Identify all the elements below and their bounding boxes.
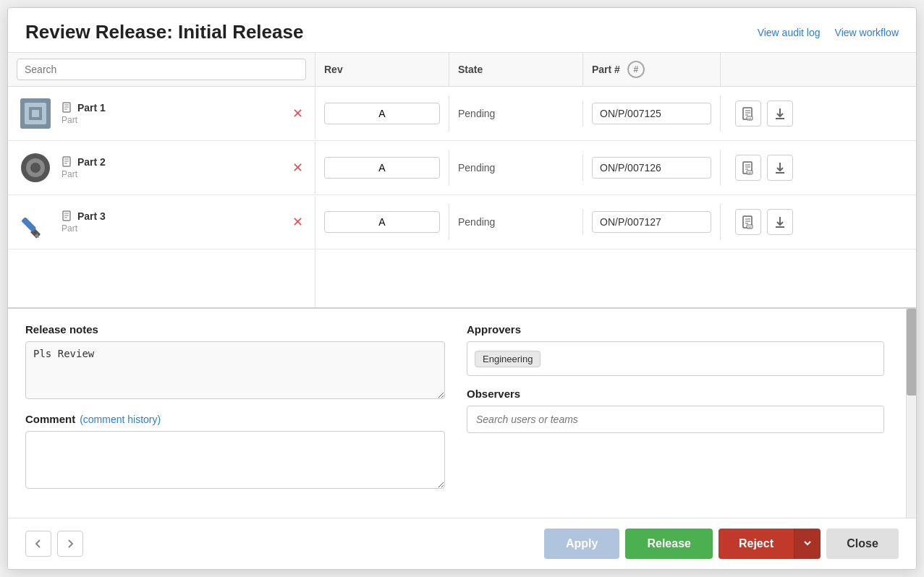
back-icon: [33, 538, 44, 550]
view-report-button-3[interactable]: on: [735, 209, 761, 235]
actions-cell-1: on: [721, 93, 808, 134]
download-button-3[interactable]: [767, 209, 793, 235]
close-button[interactable]: Close: [826, 529, 899, 559]
actions-cell-2: on: [721, 148, 808, 188]
rev-input-2[interactable]: [324, 157, 440, 179]
table-row: Part 2 Part ✕ Pending on: [8, 141, 916, 195]
partnum-input-3[interactable]: [592, 211, 711, 233]
header-links: View audit log View workflow: [758, 27, 899, 38]
partnum-cell-2: [583, 150, 721, 186]
table-row: Part 1 Part ✕ Pending on: [8, 87, 916, 141]
part2-thumbnail-svg: [17, 150, 54, 186]
part-cell-2: Part 2 Part ✕: [8, 142, 315, 194]
state-text-1: Pending: [458, 108, 495, 119]
part-thumbnail-2: [17, 149, 54, 187]
observers-section: Observers: [467, 388, 884, 433]
actions-cell-3: on: [721, 202, 808, 242]
dialog-header: Review Release: Initial Release View aud…: [8, 8, 916, 53]
part-name-3: Part 3: [62, 210, 282, 222]
observers-search-input[interactable]: [467, 406, 884, 433]
report-icon-1: on: [741, 106, 755, 121]
state-text-3: Pending: [458, 216, 495, 228]
approver-tag-engineering: Engineering: [475, 351, 541, 367]
part-info-3: Part 3 Part: [62, 210, 282, 234]
part-cell-3: Part 3 Part ✕: [8, 196, 315, 248]
report-icon-3: on: [741, 215, 755, 229]
part-doc-icon-1: [62, 102, 73, 114]
release-notes-label: Release notes: [25, 323, 445, 335]
part-doc-icon-2: [62, 156, 73, 168]
rev-input-3[interactable]: [324, 211, 440, 233]
download-button-2[interactable]: [767, 155, 793, 181]
view-report-button-2[interactable]: on: [735, 155, 761, 181]
svg-point-18: [30, 163, 41, 173]
scrollbar-track[interactable]: [906, 309, 916, 518]
download-button-1[interactable]: [767, 101, 793, 127]
reject-button[interactable]: Reject: [719, 529, 794, 559]
empty-table-space: [8, 249, 315, 307]
part-name-1: Part 1: [62, 102, 282, 114]
rev-col-header: Rev: [315, 53, 449, 86]
dialog-title: Review Release: Initial Release: [25, 21, 303, 43]
right-form: Approvers Engineering Observers: [467, 323, 899, 503]
actions-col-header: [721, 53, 808, 86]
parts-table: Rev State Part # #: [8, 53, 916, 309]
svg-text:on: on: [747, 171, 752, 175]
search-input[interactable]: [17, 59, 306, 80]
table-row: Part 3 Part ✕ Pending on: [8, 195, 916, 249]
remove-part-1-button[interactable]: ✕: [289, 103, 306, 124]
svg-text:on: on: [747, 116, 752, 121]
view-workflow-link[interactable]: View workflow: [835, 27, 899, 38]
reject-dropdown-button[interactable]: [794, 529, 821, 559]
part-thumbnail-1: [17, 95, 54, 132]
svg-text:on: on: [747, 225, 752, 229]
view-report-button-1[interactable]: on: [735, 101, 761, 127]
apply-button[interactable]: Apply: [544, 529, 619, 559]
back-button[interactable]: [25, 531, 51, 557]
download-icon-1: [773, 107, 787, 120]
part3-thumbnail-svg: [17, 204, 54, 240]
rev-cell-3: [315, 204, 449, 240]
approvers-box: Engineering: [467, 341, 884, 376]
part-cell-1: Part 1 Part ✕: [8, 87, 315, 140]
forward-icon: [64, 538, 76, 550]
footer-nav-buttons: [25, 531, 83, 557]
release-button[interactable]: Release: [625, 529, 713, 559]
comment-label-row: Comment (comment history): [25, 413, 445, 425]
partnum-input-1[interactable]: [592, 103, 711, 124]
table-header-row: Rev State Part # #: [8, 53, 916, 87]
state-col-header: State: [449, 53, 583, 86]
partnum-col-header: Part # #: [583, 53, 721, 86]
partnum-input-2[interactable]: [592, 157, 711, 179]
observers-label: Observers: [467, 388, 884, 400]
part-number-icon: #: [627, 61, 645, 78]
footer-action-buttons: Apply Release Reject Close: [544, 529, 899, 559]
search-col-header: [8, 53, 315, 86]
rev-cell-1: [315, 95, 449, 132]
remove-part-2-button[interactable]: ✕: [289, 157, 306, 179]
table-body: Part 1 Part ✕ Pending on: [8, 87, 916, 307]
view-audit-log-link[interactable]: View audit log: [758, 27, 821, 38]
remove-part-3-button[interactable]: ✕: [289, 211, 306, 233]
svg-rect-32: [21, 217, 36, 232]
scrollbar-thumb[interactable]: [907, 309, 917, 396]
state-text-2: Pending: [458, 162, 495, 174]
dialog: Review Release: Initial Release View aud…: [7, 7, 917, 570]
comment-label: Comment: [25, 413, 75, 425]
part-doc-icon-3: [62, 210, 73, 222]
rev-input-1[interactable]: [324, 103, 440, 124]
approvers-label: Approvers: [467, 323, 884, 335]
svg-rect-3: [32, 110, 39, 117]
comment-history-link[interactable]: (comment history): [80, 414, 161, 425]
comment-textarea[interactable]: [25, 431, 445, 489]
part-info-1: Part 1 Part: [62, 102, 282, 125]
partnum-cell-3: [583, 204, 721, 240]
approvers-section: Approvers Engineering: [467, 323, 884, 376]
part-type-2: Part: [62, 169, 282, 179]
download-icon-3: [773, 215, 787, 228]
release-notes-textarea[interactable]: Pls Review: [25, 341, 445, 399]
state-cell-2: Pending: [449, 155, 583, 181]
forward-button[interactable]: [57, 531, 83, 557]
part-type-3: Part: [62, 223, 282, 234]
part1-thumbnail-svg: [17, 95, 54, 132]
